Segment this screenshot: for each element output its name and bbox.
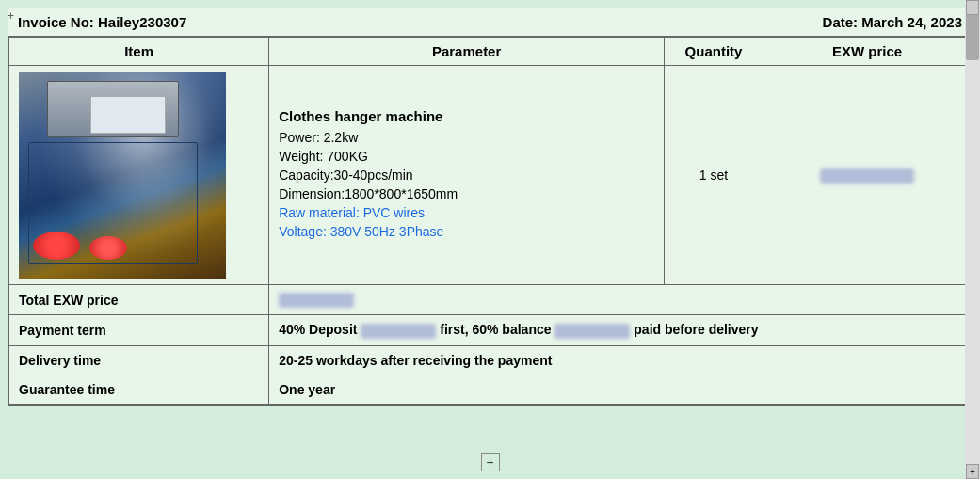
product-capacity: Capacity:30-40pcs/min [279,168,654,183]
product-voltage: Voltage: 380V 50Hz 3Phase [279,224,654,239]
invoice-number: Invoice No: Hailey230307 [18,14,186,30]
scrollbar-down-button[interactable]: + [966,464,979,479]
machine-red-part [33,232,80,260]
scrollbar[interactable]: + [965,0,980,479]
add-button-area: + [481,453,500,471]
machine-panel [90,96,166,134]
payment-deposit-blurred [361,324,436,339]
product-dimension: Dimension:1800*800*1650mm [279,186,654,201]
header-item: Item [9,38,269,66]
product-quantity-cell: 1 set [665,66,763,285]
payment-term-value: 40% Deposit first, 60% balance paid befo… [269,315,972,345]
header-quantity: Quantity [665,38,763,66]
scrollbar-up-button[interactable] [966,0,979,15]
product-quantity: 1 set [699,168,728,183]
delivery-time-value: 20-25 workdays after receiving the payme… [269,345,972,375]
add-row-button[interactable]: + [481,453,500,471]
product-price-blurred [820,168,914,184]
guarantee-time-value: One year [269,375,972,404]
product-params-cell: Clothes hanger machine Power: 2.2kw Weig… [269,66,665,285]
invoice-container: Invoice No: Hailey230307 Date: March 24,… [8,8,972,406]
plus-icon: + [970,467,975,477]
guarantee-time-row: Guarantee time One year [9,375,972,404]
guarantee-time-text: One year [279,382,335,397]
product-raw-material: Raw material: PVC wires [279,205,654,220]
product-image [19,72,226,279]
product-weight: Weight: 700KG [279,149,654,164]
total-exw-price-blurred [279,293,354,308]
guarantee-time-label: Guarantee time [9,375,269,404]
delivery-time-text: 20-25 workdays after receiving the payme… [279,353,552,368]
invoice-header: Invoice No: Hailey230307 Date: March 24,… [8,8,972,37]
invoice-date: Date: March 24, 2023 [823,14,962,30]
product-power: Power: 2.2kw [279,130,654,145]
header-exw-price: EXW price [763,38,972,66]
product-price-cell [763,66,972,285]
payment-prefix: 40% Deposit [279,322,357,337]
payment-term-row: Payment term 40% Deposit first, 60% bala… [9,315,972,345]
total-exw-value-cell [269,285,972,315]
table-header-row: Item Parameter Quantity EXW price [9,38,972,66]
product-row: Clothes hanger machine Power: 2.2kw Weig… [9,66,972,285]
invoice-table: Item Parameter Quantity EXW price [8,37,972,405]
total-exw-label: Total EXW price [9,285,269,315]
machine-image-render [19,72,226,279]
payment-suffix: paid before delivery [634,322,758,337]
delivery-time-row: Delivery time 20-25 workdays after recei… [9,345,972,375]
delivery-time-label: Delivery time [9,345,269,375]
total-exw-row: Total EXW price [9,285,972,315]
top-left-cross-icon[interactable]: + [8,9,14,23]
product-image-cell [9,66,269,285]
payment-term-label: Payment term [9,315,269,345]
payment-balance-blurred [554,324,630,339]
page-wrapper: + + Invoice No: Hailey230307 Date: March… [0,0,980,479]
payment-middle: first, 60% balance [440,322,554,337]
product-name: Clothes hanger machine [279,108,654,124]
invoice-table-wrapper: Item Parameter Quantity EXW price [8,37,972,405]
header-parameter: Parameter [269,38,665,66]
machine-red-part-2 [89,236,127,260]
machine-top-part [47,81,179,137]
